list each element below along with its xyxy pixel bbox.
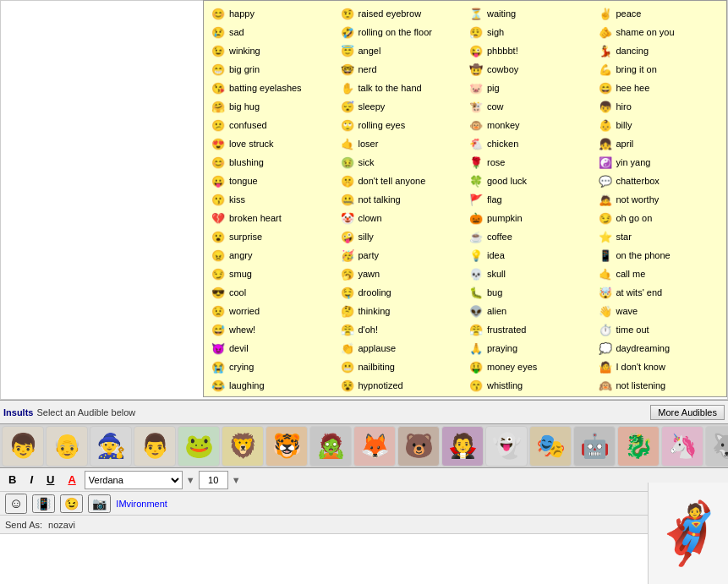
emoji-item-phbbbt[interactable]: 😜phbbbt! bbox=[465, 41, 594, 60]
wink-button[interactable]: 😉 bbox=[60, 494, 83, 513]
emoji-item-monkey[interactable]: 🐵monkey bbox=[465, 116, 594, 134]
emoji-item-love-struck[interactable]: 😍love struck bbox=[207, 134, 337, 153]
emoji-item-winking[interactable]: 😉winking bbox=[207, 41, 337, 60]
emoji-item-sleepy[interactable]: 😴sleepy bbox=[337, 97, 466, 116]
emoji-item-batting-eyelashes[interactable]: 😘batting eyelashes bbox=[207, 79, 337, 97]
emoji-item-pumpkin[interactable]: 🎃pumpkin bbox=[465, 209, 594, 227]
emoji-item-april[interactable]: 👧april bbox=[594, 134, 724, 153]
font-size-input[interactable]: 10 bbox=[199, 471, 228, 489]
emoji-item-coffee[interactable]: ☕coffee bbox=[465, 227, 594, 246]
emoji-item-shame-on-you[interactable]: 🫵shame on you bbox=[594, 23, 724, 41]
font-color-button[interactable]: A bbox=[63, 472, 80, 488]
emoji-item-idea[interactable]: 💡idea bbox=[465, 246, 594, 265]
emoji-item-time-out[interactable]: ⏱️time out bbox=[594, 320, 724, 339]
emoji-item-doh[interactable]: 😤d'oh! bbox=[337, 320, 466, 339]
emoji-item-daydreaming[interactable]: 💭daydreaming bbox=[594, 339, 724, 357]
emoji-item-good-luck[interactable]: 🍀good luck bbox=[465, 172, 594, 190]
emoji-item-rolling-on-floor[interactable]: 🤣rolling on the floor bbox=[337, 23, 466, 41]
emoji-item-flag[interactable]: 🚩flag bbox=[465, 190, 594, 209]
emoji-item-i-dont-know[interactable]: 🤷I don't know bbox=[594, 357, 724, 376]
emoji-item-feeling-beat-up[interactable]: 🥊feeling beat up bbox=[465, 395, 594, 397]
emoji-item-talk-to-hand[interactable]: ✋talk to the hand bbox=[337, 79, 466, 97]
emoji-item-cow[interactable]: 🐮cow bbox=[465, 97, 594, 116]
emoji-item-chatterbox[interactable]: 💬chatterbox bbox=[594, 172, 724, 190]
audible-icon-13[interactable]: 🤖 bbox=[573, 426, 616, 467]
audible-icon-15[interactable]: 🦄 bbox=[661, 426, 703, 467]
emoji-item-liar[interactable]: 🤥liar bbox=[337, 395, 466, 397]
emoji-item-yin-yang[interactable]: ☯️yin yang bbox=[594, 153, 724, 172]
emoji-item-hiro[interactable]: 👦hiro bbox=[594, 97, 724, 116]
audible-icon-12[interactable]: 🎭 bbox=[529, 426, 572, 467]
audible-icon-14[interactable]: 🐉 bbox=[617, 426, 660, 467]
emoji-item-skull[interactable]: 💀skull bbox=[465, 265, 594, 283]
emoji-item-angry[interactable]: 😠angry bbox=[207, 246, 337, 265]
audible-icon-16[interactable]: 🐺 bbox=[705, 426, 728, 467]
emoji-item-waiting[interactable]: ⏳waiting bbox=[465, 4, 594, 23]
more-audibles-button[interactable]: More Audibles bbox=[650, 405, 725, 420]
emoji-item-confused[interactable]: 😕confused bbox=[207, 116, 337, 134]
emoji-item-silly[interactable]: 🤪silly bbox=[337, 227, 466, 246]
audible-icon-5[interactable]: 🦁 bbox=[222, 426, 264, 467]
emoji-item-blushing[interactable]: 😊blushing bbox=[207, 153, 337, 172]
emoji-item-sigh[interactable]: 😮‍💨sigh bbox=[465, 23, 594, 41]
imvironment-link[interactable]: IMvironment bbox=[116, 499, 167, 509]
emoji-item-worried[interactable]: 😟worried bbox=[207, 302, 337, 320]
emoji-item-praying[interactable]: 🙏praying bbox=[465, 339, 594, 357]
emoji-item-laughing[interactable]: 😂laughing bbox=[207, 376, 337, 395]
emoji-item-clown[interactable]: 🤡clown bbox=[337, 209, 466, 227]
emoji-item-money-eyes[interactable]: 🤑money eyes bbox=[465, 357, 594, 376]
emoji-item-angel[interactable]: 😇angel bbox=[337, 41, 466, 60]
audible-icon-0[interactable]: 👦 bbox=[2, 426, 44, 467]
audible-icon-9[interactable]: 🐻 bbox=[397, 426, 440, 467]
audible-icon-2[interactable]: 🧙 bbox=[90, 426, 132, 467]
emoji-item-cowboy[interactable]: 🤠cowboy bbox=[465, 60, 594, 79]
emoji-item-on-the-phone[interactable]: 📱on the phone bbox=[594, 246, 724, 265]
emoji-item-not-listening[interactable]: 🙉not listening bbox=[594, 376, 724, 395]
emoji-item-hee-hee[interactable]: 😄hee hee bbox=[594, 79, 724, 97]
emoji-item-bug[interactable]: 🐛bug bbox=[465, 283, 594, 302]
emoji-item-crying[interactable]: 😭crying bbox=[207, 357, 337, 376]
emoji-item-happy[interactable]: 😊happy bbox=[207, 4, 337, 23]
emoji-item-smug[interactable]: 😏smug bbox=[207, 265, 337, 283]
emoji-item-billy[interactable]: 👶billy bbox=[594, 116, 724, 134]
emoji-item-surprise[interactable]: 😮surprise bbox=[207, 227, 337, 246]
emoji-item-dont-tell-anyone[interactable]: 🤫don't tell anyone bbox=[337, 172, 466, 190]
emoji-item-alien[interactable]: 👽alien bbox=[465, 302, 594, 320]
emoji-item-tongue[interactable]: 😛tongue bbox=[207, 172, 337, 190]
emoji-item-nerd[interactable]: 🤓nerd bbox=[337, 60, 466, 79]
emoji-item-bring-it-on[interactable]: 💪bring it on bbox=[594, 60, 724, 79]
emoji-item-dancing[interactable]: 💃dancing bbox=[594, 41, 724, 60]
audible-icon-4[interactable]: 🐸 bbox=[178, 426, 220, 467]
emoji-item-wave[interactable]: 👋wave bbox=[594, 302, 724, 320]
emoji-item-loser[interactable]: 🤙loser bbox=[337, 134, 466, 153]
emoji-item-devil[interactable]: 😈devil bbox=[207, 339, 337, 357]
emoji-item-yawn[interactable]: 🥱yawn bbox=[337, 265, 466, 283]
emoji-item-not-worthy[interactable]: 🙇not worthy bbox=[594, 190, 724, 209]
audible-icon-7[interactable]: 🧟 bbox=[309, 426, 352, 467]
underline-button[interactable]: U bbox=[41, 472, 59, 488]
photo-button[interactable]: 📷 bbox=[88, 494, 111, 513]
font-select[interactable]: Verdana Arial Times New Roman Courier Ne… bbox=[85, 471, 183, 489]
emoji-item-raised-eyebrow[interactable]: 🤨raised eyebrow bbox=[337, 4, 466, 23]
emoji-item-star[interactable]: ⭐star bbox=[594, 227, 724, 246]
emoji-item-chicken[interactable]: 🐔chicken bbox=[465, 134, 594, 153]
emoji-item-cool[interactable]: 😎cool bbox=[207, 283, 337, 302]
emoji-item-big-hug[interactable]: 🤗big hug bbox=[207, 97, 337, 116]
emoji-item-puppy[interactable]: 🐶puppy bbox=[594, 395, 724, 397]
audible-icon-6[interactable]: 🐯 bbox=[265, 426, 308, 467]
emoji-item-rolling-eyes[interactable]: 🙄rolling eyes bbox=[337, 116, 466, 134]
emoji-item-nailbiting[interactable]: 😬nailbiting bbox=[337, 357, 466, 376]
smiley-button[interactable]: ☺ bbox=[5, 494, 27, 514]
emoji-item-thinking[interactable]: 🤔thinking bbox=[337, 302, 466, 320]
nudge-button[interactable]: 📳 bbox=[32, 494, 55, 513]
emoji-item-applause[interactable]: 👏applause bbox=[337, 339, 466, 357]
emoji-item-oh-go-on[interactable]: 😏oh go on bbox=[594, 209, 724, 227]
emoji-item-at-wits-end[interactable]: 🤯at wits' end bbox=[594, 283, 724, 302]
emoji-item-hypnotized[interactable]: 😵hypnotized bbox=[337, 376, 466, 395]
emoji-item-party[interactable]: 🥳party bbox=[337, 246, 466, 265]
emoji-item-whistling[interactable]: 😙whistling bbox=[465, 376, 594, 395]
emoji-item-rose[interactable]: 🌹rose bbox=[465, 153, 594, 172]
emoji-item-call-me[interactable]: 🤙call me bbox=[594, 265, 724, 283]
emoji-item-straight-face[interactable]: 😐straight face bbox=[207, 395, 337, 397]
emoji-item-not-talking[interactable]: 🤐not talking bbox=[337, 190, 466, 209]
